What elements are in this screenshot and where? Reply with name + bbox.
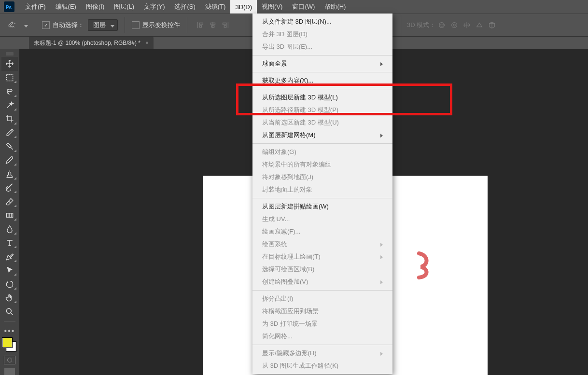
auto-select-group[interactable]: ✓ 自动选择： 图层 xyxy=(36,14,124,36)
zoom-tool[interactable] xyxy=(1,305,18,319)
svg-point-9 xyxy=(453,24,456,27)
dropdown-item-4[interactable]: 球面全景 xyxy=(252,57,392,70)
align-right-icon xyxy=(219,19,232,31)
menu-item-5[interactable]: 选择(S) xyxy=(169,0,200,14)
move-tool[interactable] xyxy=(1,57,18,71)
clone-stamp-tool[interactable] xyxy=(1,167,18,181)
app-logo: Ps xyxy=(3,0,15,13)
dropdown-item-16: 封装地面上的对象 xyxy=(252,183,392,196)
type-tool[interactable] xyxy=(1,236,18,250)
menu-item-1[interactable]: 编辑(E) xyxy=(51,0,81,14)
auto-select-checkbox[interactable]: ✓ xyxy=(42,21,50,29)
healing-brush-tool[interactable] xyxy=(1,139,18,153)
show-transform-label: 显示变换控件 xyxy=(142,21,180,29)
tool-preset-icon[interactable] xyxy=(6,19,18,31)
magic-wand-tool[interactable] xyxy=(1,98,18,112)
dropdown-item-10: 从当前选区新建 3D 模型(U) xyxy=(252,116,392,129)
close-tab-icon[interactable]: × xyxy=(145,40,149,46)
dropdown-item-28: 为 3D 打印统一场景 xyxy=(252,318,392,330)
3d-menu-dropdown: 从文件新建 3D 图层(N)...合并 3D 图层(D)导出 3D 图层(E).… xyxy=(252,14,392,374)
canvas-artwork xyxy=(415,250,434,279)
shape-tool[interactable] xyxy=(1,277,18,291)
eyedropper-tool[interactable] xyxy=(1,126,18,140)
dropdown-item-19: 生成 UV... xyxy=(252,213,392,225)
svg-text:Ps: Ps xyxy=(6,5,12,10)
dropdown-item-22: 在目标纹理上绘画(T) xyxy=(252,250,392,263)
brush-tool[interactable] xyxy=(1,153,18,167)
document-tab[interactable]: 未标题-1 @ 100% (photoshop, RGB/8#) * × xyxy=(29,37,154,49)
dropdown-item-9: 从所选路径新建 3D 模型(P) xyxy=(252,104,392,116)
auto-select-value: 图层 xyxy=(93,21,106,29)
dropdown-item-15: 将对象移到地面(J) xyxy=(252,171,392,183)
svg-point-7 xyxy=(439,24,445,27)
document-title: 未标题-1 @ 100% (photoshop, RGB/8#) * xyxy=(34,39,140,47)
menu-item-0[interactable]: 文件(F) xyxy=(20,0,51,14)
align-left-icon xyxy=(194,19,207,31)
menu-item-4[interactable]: 文字(Y) xyxy=(139,0,169,14)
menu-item-9[interactable]: 窗口(W) xyxy=(287,0,320,14)
toolbar-grip[interactable] xyxy=(6,52,14,56)
3d-orbit-icon xyxy=(435,19,448,31)
dropdown-item-14: 将场景中的所有对象编组 xyxy=(252,158,392,171)
dropdown-item-20: 绘画衰减(F)... xyxy=(252,225,392,238)
toolbar: ••• xyxy=(0,49,19,375)
menubar: Ps 文件(F)编辑(E)图像(I)图层(L)文字(Y)选择(S)滤镜(T)3D… xyxy=(0,0,588,14)
hand-tool[interactable] xyxy=(1,291,18,305)
dropdown-item-1: 合并 3D 图层(D) xyxy=(252,28,392,41)
dropdown-item-23: 选择可绘画区域(B) xyxy=(252,263,392,276)
dropdown-item-26: 拆分凸出(I) xyxy=(252,292,392,305)
menu-item-3[interactable]: 图层(L) xyxy=(109,0,139,14)
3d-pan-icon xyxy=(461,19,473,31)
dropdown-item-13: 编组对象(G) xyxy=(252,146,392,158)
3d-slide-icon xyxy=(473,19,486,31)
dropdown-item-6[interactable]: 获取更多内容(X)... xyxy=(252,74,392,87)
dropdown-item-27: 将横截面应用到场景 xyxy=(252,305,392,318)
dropdown-item-2: 导出 3D 图层(E)... xyxy=(252,41,392,53)
align-hcenter-icon xyxy=(207,19,219,31)
dropdown-item-18[interactable]: 从图层新建拼贴绘画(W) xyxy=(252,200,392,213)
dropdown-item-32: 从 3D 图层生成工作路径(K) xyxy=(252,360,392,372)
dropdown-item-31: 显示/隐藏多边形(H) xyxy=(252,347,392,360)
screen-mode-toggle[interactable] xyxy=(4,368,15,375)
menu-item-2[interactable]: 图像(I) xyxy=(81,0,109,14)
auto-select-label: 自动选择： xyxy=(53,21,84,29)
menu-item-8[interactable]: 视图(V) xyxy=(257,0,287,14)
3d-roll-icon xyxy=(448,19,461,31)
menu-item-10[interactable]: 帮助(H) xyxy=(320,0,350,14)
svg-point-8 xyxy=(452,23,457,28)
svg-point-13 xyxy=(6,308,11,313)
show-transform-group[interactable]: 显示变换控件 xyxy=(126,14,186,36)
3d-mode-label: 3D 模式： xyxy=(407,21,435,29)
menu-item-6[interactable]: 滤镜(T) xyxy=(200,0,231,14)
blur-tool[interactable] xyxy=(1,222,18,236)
svg-rect-10 xyxy=(6,74,13,81)
svg-point-6 xyxy=(439,23,445,28)
crop-tool[interactable] xyxy=(1,112,18,126)
path-selection-tool[interactable] xyxy=(1,264,18,278)
chevron-down-icon xyxy=(106,22,114,29)
chevron-down-icon[interactable] xyxy=(19,22,28,29)
color-swatches[interactable] xyxy=(2,338,17,351)
menu-item-7[interactable]: 3D(D) xyxy=(230,0,257,14)
marquee-tool[interactable] xyxy=(1,71,18,85)
dropdown-item-8[interactable]: 从所选图层新建 3D 模型(L) xyxy=(252,91,392,104)
auto-select-target-select[interactable]: 图层 xyxy=(88,19,118,31)
dropdown-item-29: 简化网格... xyxy=(252,330,392,343)
gradient-tool[interactable] xyxy=(1,208,18,222)
edit-toolbar[interactable]: ••• xyxy=(1,326,18,336)
dropdown-item-24: 创建绘图叠加(V) xyxy=(252,276,392,288)
show-transform-checkbox[interactable] xyxy=(132,21,140,29)
history-brush-tool[interactable] xyxy=(1,181,18,195)
dropdown-item-0[interactable]: 从文件新建 3D 图层(N)... xyxy=(252,15,392,28)
svg-point-12 xyxy=(7,282,8,283)
dropdown-item-21: 绘画系统 xyxy=(252,238,392,250)
foreground-color-swatch[interactable] xyxy=(2,338,12,347)
3d-scale-icon xyxy=(486,19,498,31)
quick-mask-toggle[interactable] xyxy=(4,356,15,364)
pen-tool[interactable] xyxy=(1,250,18,264)
dropdown-item-11[interactable]: 从图层新建网格(M) xyxy=(252,129,392,141)
eraser-tool[interactable] xyxy=(1,194,18,208)
lasso-tool[interactable] xyxy=(1,84,18,98)
